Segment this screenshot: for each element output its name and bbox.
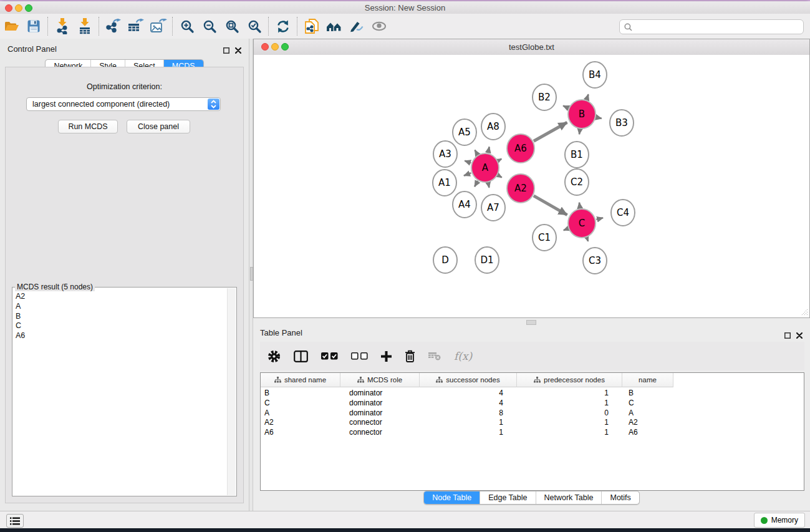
run-mcds-button[interactable]: Run MCDS (58, 120, 118, 133)
table-cell[interactable]: 4 (420, 389, 517, 399)
node-C1[interactable]: C1 (533, 225, 556, 251)
result-scrollbar[interactable] (227, 288, 236, 495)
table-cell[interactable]: A (622, 409, 673, 418)
node-A[interactable]: A (471, 153, 499, 182)
node-A6[interactable]: A6 (507, 134, 534, 163)
node-A8[interactable]: A8 (481, 114, 505, 140)
table-cell[interactable]: B (261, 389, 340, 399)
table-cell[interactable]: B (622, 389, 673, 399)
birds-eye-view-icon[interactable] (368, 16, 390, 36)
table-cell[interactable]: 1 (517, 389, 622, 399)
table-cell[interactable]: dominator (340, 389, 420, 399)
open-session-icon[interactable] (0, 16, 22, 36)
export-network-icon[interactable] (102, 16, 125, 36)
zoom-out-icon[interactable] (198, 16, 221, 36)
search-input[interactable] (635, 21, 803, 32)
zoom-in-icon[interactable] (176, 16, 198, 36)
table-cell[interactable]: 1 (517, 418, 622, 428)
show-graphics-details-icon[interactable] (345, 16, 368, 36)
result-list-item[interactable]: A2 (14, 292, 226, 302)
edge-C-C2[interactable] (579, 203, 580, 208)
resize-grip-icon[interactable] (801, 309, 808, 316)
float-panel-icon[interactable] (784, 330, 791, 341)
node-C4[interactable]: C4 (611, 200, 635, 226)
zoom-selected-icon[interactable] (243, 16, 266, 36)
table-cell[interactable]: A2 (261, 418, 340, 428)
node-D1[interactable]: D1 (475, 247, 499, 273)
apply-layout-icon[interactable] (272, 16, 294, 36)
table-cell[interactable]: 8 (420, 409, 517, 418)
column-header-successor-nodes[interactable]: successor nodes (420, 373, 517, 387)
node-C3[interactable]: C3 (583, 248, 607, 274)
node-A5[interactable]: A5 (453, 119, 476, 145)
table-cell[interactable]: dominator (340, 399, 420, 409)
edge-A-A4[interactable] (475, 181, 478, 186)
table-cell[interactable]: A2 (622, 418, 673, 428)
table-row[interactable]: A6connector11A6 (261, 428, 804, 438)
table-cell[interactable]: 4 (420, 399, 517, 409)
table-cell[interactable]: C (622, 399, 673, 409)
edge-B-B1[interactable] (579, 129, 580, 134)
memory-button[interactable]: Memory (754, 513, 805, 528)
column-header-name[interactable]: name (622, 373, 673, 387)
float-panel-icon[interactable] (223, 45, 229, 56)
vertical-splitter[interactable] (249, 39, 253, 511)
edge-A-A8[interactable] (488, 147, 489, 153)
table-cell[interactable]: connector (340, 428, 420, 438)
table-cell[interactable]: connector (340, 418, 420, 428)
column-header-shared-name[interactable]: shared name (261, 373, 340, 387)
column-header-predecessor-nodes[interactable]: predecessor nodes (517, 373, 622, 387)
node-D[interactable]: D (433, 247, 457, 273)
table-settings-icon[interactable] (268, 350, 281, 363)
edge-B-B4[interactable] (587, 94, 589, 100)
edge-A-A2[interactable] (498, 175, 502, 177)
add-row-icon[interactable] (381, 351, 392, 362)
tab-node-table[interactable]: Node Table (424, 491, 480, 504)
result-list-item[interactable]: C (14, 321, 226, 331)
table-cell[interactable]: C (261, 399, 340, 409)
edge-A-A1[interactable] (464, 173, 471, 175)
table-cell[interactable]: 1 (517, 428, 622, 438)
criterion-dropdown[interactable]: largest connected component (directed) (26, 97, 221, 111)
table-cell[interactable]: 0 (517, 409, 622, 418)
table-cell[interactable]: 1 (420, 428, 517, 438)
result-list-item[interactable]: A (14, 302, 226, 312)
close-panel-icon[interactable] (796, 330, 803, 341)
show-columns-icon[interactable] (294, 351, 308, 362)
node-C2[interactable]: C2 (565, 169, 589, 195)
node-B1[interactable]: B1 (565, 142, 589, 168)
edge-C-C4[interactable] (596, 218, 603, 220)
close-panel-button[interactable]: Close panel (127, 120, 190, 133)
node-A7[interactable]: A7 (481, 195, 505, 221)
table-row[interactable]: Cdominator41C (261, 399, 804, 409)
edge-A-A7[interactable] (488, 183, 489, 188)
horizontal-splitter-handle[interactable] (526, 320, 536, 325)
import-table-icon[interactable] (74, 16, 96, 36)
edge-C-C1[interactable] (564, 229, 568, 231)
import-network-icon[interactable] (51, 16, 74, 36)
tab-network-table[interactable]: Network Table (536, 491, 602, 504)
select-all-icon[interactable] (321, 352, 338, 360)
node-A2[interactable]: A2 (507, 174, 534, 203)
edge-A2-C[interactable] (534, 196, 567, 215)
node-A1[interactable]: A1 (433, 170, 456, 196)
delete-rows-icon[interactable] (405, 350, 415, 362)
edge-B-B3[interactable] (596, 117, 601, 118)
edge-A-A5[interactable] (475, 150, 478, 155)
edge-A-A3[interactable] (465, 161, 471, 163)
edge-C-C3[interactable] (587, 238, 588, 241)
column-header-MCDS-role[interactable]: MCDS role (340, 373, 420, 387)
deselect-all-icon[interactable] (351, 352, 368, 360)
result-list-item[interactable]: B (14, 312, 226, 322)
clone-network-icon[interactable] (301, 16, 323, 36)
node-C[interactable]: C (568, 209, 595, 238)
export-table-icon[interactable] (125, 16, 147, 36)
node-B2[interactable]: B2 (533, 84, 556, 110)
task-history-button[interactable] (6, 514, 24, 528)
table-row[interactable]: Adominator80A (261, 409, 804, 418)
node-B4[interactable]: B4 (583, 62, 607, 88)
result-list-item[interactable]: A6 (14, 331, 226, 341)
table-cell[interactable]: dominator (340, 409, 420, 418)
table-cell[interactable]: A6 (261, 428, 340, 438)
node-A4[interactable]: A4 (453, 191, 476, 218)
